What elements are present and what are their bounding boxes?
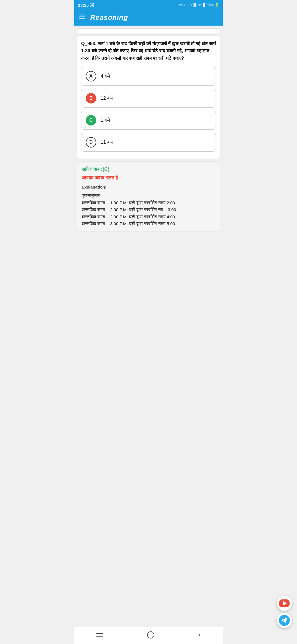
status-icons: Vo)) LTE1▐▌ H⁺▐▌ 74% 🔋 (179, 3, 219, 7)
question-card: Q_953. सायं 1 बजे के बाद किसी घड़ी की यं… (77, 36, 220, 159)
option-b-text: 12 बजे (101, 95, 113, 101)
time-display: 13:25 (78, 3, 89, 7)
nav-menu-button[interactable] (91, 632, 108, 638)
option-d[interactable]: D 11 बजे (81, 133, 216, 152)
nav-back-button[interactable]: ‹ (194, 630, 205, 640)
option-a[interactable]: A 4 बजे (81, 67, 216, 86)
svg-rect-0 (79, 15, 85, 15)
explanation-heading: Explanation: (82, 185, 215, 189)
correct-answer-label: सही जवाब :(C) (82, 167, 215, 172)
nav-circle-icon (147, 631, 154, 638)
option-c[interactable]: C 1 बजे (81, 111, 216, 130)
option-d-label: D (86, 137, 96, 148)
explanation-text: प्रश्नानुसारवास्तविक समय :- 1:30 P.M. घड… (82, 193, 176, 226)
nav-bar: ‹ (74, 627, 223, 644)
option-c-text: 1 बजे (101, 118, 110, 123)
nav-home-button[interactable] (142, 630, 159, 640)
wrong-answer-label: आपका जवाब गलत है (82, 175, 215, 181)
signal-icon: Vo)) LTE1▐▌ (179, 3, 197, 7)
option-d-text: 11 बजे (101, 140, 113, 145)
battery-icon: 🔋 (215, 3, 219, 7)
app-bar: Reasoning (74, 10, 223, 26)
battery-display: 74% (207, 3, 214, 7)
answer-section: सही जवाब :(C) आपका जवाब गलत है Explanati… (77, 161, 220, 231)
page-title: Reasoning (90, 13, 128, 22)
nav-lines-icon (96, 633, 103, 637)
option-a-text: 4 बजे (101, 73, 110, 79)
menu-icon[interactable] (79, 14, 85, 21)
status-time: 13:25 🖼 (78, 3, 94, 7)
nav-back-icon: ‹ (199, 631, 200, 638)
svg-rect-2 (79, 18, 85, 19)
question-text: Q_953. सायं 1 बजे के बाद किसी घड़ी की यं… (81, 40, 216, 62)
option-a-label: A (86, 71, 96, 81)
option-b[interactable]: B 12 बजे (81, 89, 216, 108)
partial-card-top (77, 28, 220, 33)
data-icon: H⁺▐▌ (198, 3, 206, 7)
photo-icon: 🖼 (90, 3, 94, 7)
status-bar: 13:25 🖼 Vo)) LTE1▐▌ H⁺▐▌ 74% 🔋 (74, 0, 223, 10)
svg-rect-1 (79, 17, 85, 17)
option-b-label: B (86, 93, 96, 103)
explanation-body: प्रश्नानुसारवास्तविक समय :- 1:30 P.M. घड… (82, 192, 215, 227)
option-c-label: C (86, 115, 96, 125)
